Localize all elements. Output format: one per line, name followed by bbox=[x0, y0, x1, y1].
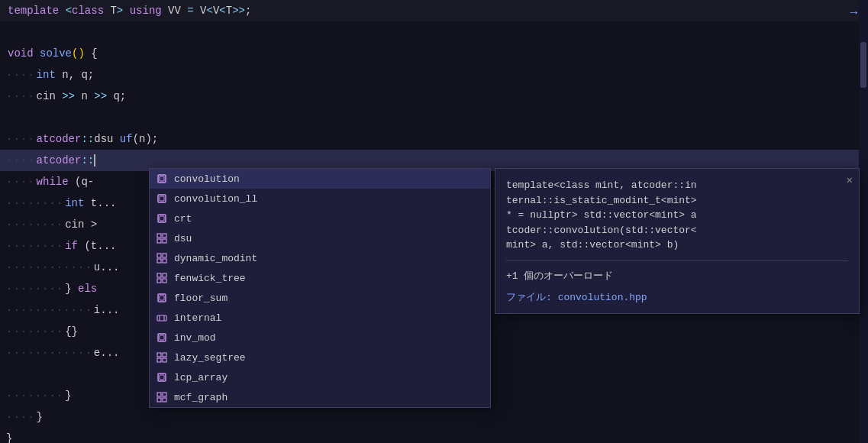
autocomplete-item-floor-sum[interactable]: floor_sum bbox=[150, 288, 490, 308]
autocomplete-dropdown: convolution convolution_ll bbox=[149, 168, 491, 408]
template-icon-lcp-array bbox=[156, 371, 168, 383]
autocomplete-label-lazy-segtree: lazy_segtree bbox=[174, 352, 246, 364]
svg-rect-25 bbox=[157, 353, 161, 357]
svg-rect-31 bbox=[157, 393, 161, 396]
doc-panel: ✕ template<class mint, atcoder::in terna… bbox=[495, 168, 860, 314]
svg-rect-7 bbox=[163, 234, 166, 238]
editor-container: template <class T> using VV = V<V<T>>; v… bbox=[0, 0, 868, 443]
autocomplete-label-inv-mod: inv_mod bbox=[174, 332, 216, 344]
autocomplete-label-convolution-ll: convolution_ll bbox=[174, 193, 257, 205]
code-line-7: ···· atcoder::dsu uf(n); bbox=[0, 128, 868, 150]
svg-rect-14 bbox=[157, 273, 161, 277]
svg-rect-15 bbox=[163, 273, 166, 277]
doc-signature: template<class mint, atcoder::in ternal:… bbox=[506, 178, 848, 253]
svg-rect-30 bbox=[160, 375, 164, 380]
autocomplete-item-fenwick-tree[interactable]: fenwick_tree bbox=[150, 268, 490, 288]
svg-rect-8 bbox=[157, 239, 161, 243]
svg-rect-17 bbox=[163, 279, 166, 283]
svg-rect-26 bbox=[163, 353, 166, 357]
code-line-3: void solve() { bbox=[0, 43, 868, 64]
svg-rect-1 bbox=[160, 176, 164, 181]
svg-rect-13 bbox=[163, 259, 166, 263]
doc-file-name: convolution.hpp bbox=[558, 292, 647, 303]
struct-icon-dsu bbox=[156, 232, 168, 244]
struct-icon-dynamic-modint bbox=[156, 252, 168, 264]
svg-rect-32 bbox=[163, 393, 166, 396]
autocomplete-label-internal: internal bbox=[174, 312, 221, 324]
autocomplete-item-mcf-graph[interactable]: mcf_graph bbox=[150, 387, 490, 407]
svg-rect-33 bbox=[157, 398, 161, 402]
code-area: template <class T> using VV = V<V<T>>; v… bbox=[0, 0, 868, 443]
struct-icon-mcf-graph bbox=[156, 391, 168, 403]
autocomplete-label-floor-sum: floor_sum bbox=[174, 293, 227, 304]
autocomplete-item-dsu[interactable]: dsu bbox=[150, 228, 490, 248]
doc-close-button[interactable]: ✕ bbox=[847, 173, 853, 186]
template-icon-crt bbox=[156, 212, 168, 225]
autocomplete-item-lazy-segtree[interactable]: lazy_segtree bbox=[150, 348, 490, 367]
autocomplete-label-mcf-graph: mcf_graph bbox=[174, 392, 227, 403]
code-line-empty-1 bbox=[0, 21, 868, 43]
doc-divider bbox=[506, 260, 848, 261]
scrollbar-thumb[interactable] bbox=[860, 42, 866, 88]
template-icon-convolution bbox=[156, 173, 168, 185]
svg-rect-27 bbox=[157, 358, 161, 362]
autocomplete-item-internal[interactable]: internal bbox=[150, 308, 490, 328]
autocomplete-label-dynamic-modint: dynamic_modint bbox=[174, 253, 257, 264]
autocomplete-item-inv-mod[interactable]: inv_mod bbox=[150, 328, 490, 348]
doc-overload: +1 個のオーバーロード bbox=[506, 269, 848, 283]
struct-icon-lazy-segtree bbox=[156, 351, 168, 364]
svg-rect-24 bbox=[160, 335, 164, 340]
autocomplete-item-convolution-ll[interactable]: convolution_ll bbox=[150, 189, 490, 209]
svg-rect-20 bbox=[157, 315, 166, 321]
code-line-empty-2 bbox=[0, 107, 868, 128]
svg-rect-11 bbox=[163, 254, 166, 257]
svg-rect-5 bbox=[160, 216, 164, 221]
autocomplete-item-convolution[interactable]: convolution bbox=[150, 169, 490, 189]
svg-rect-12 bbox=[157, 259, 161, 263]
svg-rect-6 bbox=[157, 234, 161, 238]
autocomplete-label-dsu: dsu bbox=[174, 233, 192, 244]
code-line-20: ···· } bbox=[0, 406, 868, 428]
autocomplete-label-fenwick-tree: fenwick_tree bbox=[174, 273, 246, 284]
struct-icon-fenwick-tree bbox=[156, 272, 168, 284]
svg-rect-28 bbox=[163, 358, 166, 362]
svg-rect-19 bbox=[160, 296, 164, 300]
template-icon-convolution-ll bbox=[156, 192, 168, 205]
text-cursor bbox=[94, 154, 95, 167]
scrollbar[interactable] bbox=[859, 0, 868, 443]
svg-rect-3 bbox=[160, 196, 164, 201]
code-line-4: ···· int n, q; bbox=[0, 64, 868, 86]
autocomplete-label-convolution: convolution bbox=[174, 173, 240, 185]
template-icon-floor-sum bbox=[156, 292, 168, 304]
autocomplete-item-dynamic-modint[interactable]: dynamic_modint bbox=[150, 248, 490, 268]
autocomplete-item-crt[interactable]: crt bbox=[150, 209, 490, 228]
doc-file: ファイル: convolution.hpp bbox=[506, 290, 848, 304]
autocomplete-item-lcp-array[interactable]: lcp_array bbox=[150, 367, 490, 387]
code-line-1: template <class T> using VV = V<V<T>>; bbox=[0, 0, 868, 21]
autocomplete-label-lcp-array: lcp_array bbox=[174, 372, 227, 383]
svg-rect-9 bbox=[163, 239, 166, 243]
arrow-right-icon: → bbox=[850, 6, 857, 20]
template-icon-inv-mod bbox=[156, 331, 168, 344]
svg-rect-16 bbox=[157, 279, 161, 283]
code-line-21: } bbox=[0, 428, 868, 443]
svg-rect-10 bbox=[157, 254, 161, 257]
code-line-5: ···· cin >> n >> q; bbox=[0, 86, 868, 107]
autocomplete-label-crt: crt bbox=[174, 213, 192, 225]
svg-rect-34 bbox=[163, 398, 166, 402]
namespace-icon-internal bbox=[156, 312, 168, 324]
